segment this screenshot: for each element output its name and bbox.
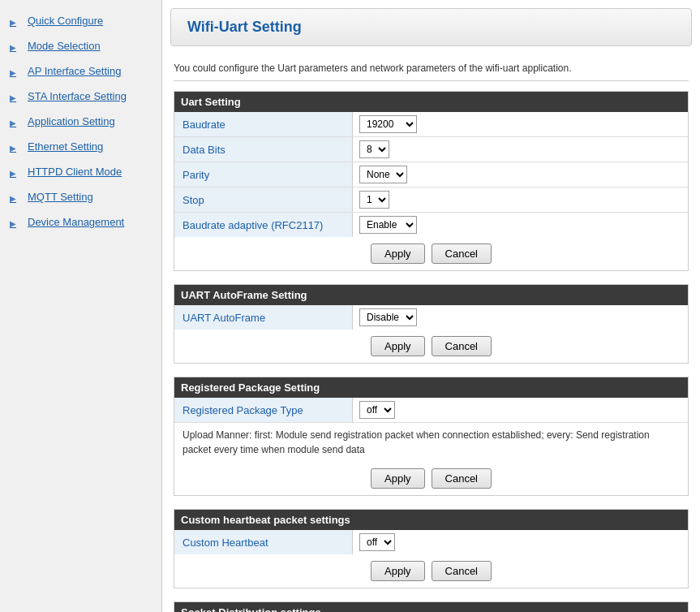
registered-package-buttons: Apply Cancel: [174, 462, 688, 495]
select-custom-heartbeat[interactable]: offon: [359, 533, 395, 551]
sidebar-label: Ethernet Setting: [28, 140, 103, 153]
setting-value-baudrate-adaptive: EnableDisable: [353, 213, 688, 237]
sidebar-item-httpd-client-mode[interactable]: HTTPD Client Mode: [0, 159, 161, 184]
page-title-bar: Wifi-Uart Setting: [170, 8, 692, 46]
registered-package-rows: Registered Package Typeoffon: [174, 398, 688, 422]
setting-label-stop: Stop: [174, 187, 353, 212]
setting-value-stop: 12: [353, 187, 688, 212]
select-data-bits[interactable]: 8765: [359, 140, 389, 158]
setting-row-stop: Stop12: [174, 187, 688, 213]
arrow-icon: [10, 66, 23, 77]
setting-value-uart-autoframe: DisableEnable: [353, 305, 688, 330]
autoframe-apply-button[interactable]: Apply: [371, 336, 425, 356]
page-description: You could configure the Uart parameters …: [174, 54, 689, 81]
sidebar-item-sta-interface-setting[interactable]: STA Interface Setting: [0, 84, 161, 109]
socket-distribution-header: Socket Distribution settings: [174, 602, 688, 612]
setting-row-uart-autoframe: UART AutoFrameDisableEnable: [174, 305, 688, 330]
sidebar-label: Quick Configure: [28, 15, 103, 27]
setting-value-baudrate: 1920096003840057600115200: [353, 112, 688, 136]
sidebar-item-application-setting[interactable]: Application Setting: [0, 109, 161, 134]
custom-heartbeat-header: Custom heartbeat packet settings: [174, 510, 688, 530]
registered-package-section: Registered Package Setting Registered Pa…: [174, 377, 689, 496]
setting-value-data-bits: 8765: [353, 137, 688, 162]
sidebar-label: MQTT Setting: [28, 191, 93, 203]
setting-value-registered-package-type: offon: [353, 398, 688, 422]
setting-row-baudrate-adaptive: Baudrate adaptive (RFC2117)EnableDisable: [174, 213, 688, 237]
arrow-icon: [10, 217, 23, 228]
uart-autoframe-buttons: Apply Cancel: [174, 330, 688, 363]
custom-heartbeat-rows: Custom Heartbeatoffon: [174, 530, 688, 554]
setting-label-custom-heartbeat: Custom Heartbeat: [174, 530, 353, 554]
sidebar-item-mqtt-setting[interactable]: MQTT Setting: [0, 184, 161, 209]
sidebar-label: HTTPD Client Mode: [28, 166, 122, 178]
sidebar-item-ap-interface-setting[interactable]: AP Interface Setting: [0, 58, 161, 84]
page-title: Wifi-Uart Setting: [187, 19, 302, 35]
select-registered-package-type[interactable]: offon: [359, 401, 395, 419]
sidebar-label: Application Setting: [28, 115, 115, 127]
registered-package-info: Upload Manner: first: Module send regist…: [174, 422, 688, 462]
custom-heartbeat-section: Custom heartbeat packet settings Custom …: [174, 509, 689, 588]
sidebar-label: Device Management: [28, 216, 124, 228]
setting-value-custom-heartbeat: offon: [353, 530, 688, 554]
main-content: Wifi-Uart Setting You could configure th…: [162, 0, 700, 612]
socket-distribution-section: Socket Distribution settings Socket Dist…: [174, 601, 689, 612]
autoframe-cancel-button[interactable]: Cancel: [432, 336, 492, 356]
select-baudrate-adaptive[interactable]: EnableDisable: [359, 216, 417, 234]
uart-setting-header: Uart Setting: [174, 92, 688, 112]
setting-row-registered-package-type: Registered Package Typeoffon: [174, 398, 688, 422]
custom-heartbeat-buttons: Apply Cancel: [174, 554, 688, 588]
sidebar-item-quick-configure[interactable]: Quick Configure: [0, 8, 161, 33]
uart-autoframe-header: UART AutoFrame Setting: [174, 285, 688, 305]
uart-apply-button[interactable]: Apply: [371, 244, 425, 264]
setting-label-uart-autoframe: UART AutoFrame: [174, 305, 353, 330]
select-stop[interactable]: 12: [359, 191, 389, 209]
setting-label-baudrate: Baudrate: [174, 112, 353, 136]
regpkg-apply-button[interactable]: Apply: [371, 468, 425, 489]
uart-setting-buttons: Apply Cancel: [174, 237, 688, 270]
sidebar-label: STA Interface Setting: [28, 90, 127, 102]
setting-label-parity: Parity: [174, 162, 353, 187]
arrow-icon: [10, 166, 23, 178]
setting-row-data-bits: Data Bits8765: [174, 137, 688, 162]
uart-setting-rows: Baudrate1920096003840057600115200Data Bi…: [174, 112, 688, 237]
select-parity[interactable]: NoneEvenOdd: [359, 166, 407, 183]
setting-row-baudrate: Baudrate1920096003840057600115200: [174, 112, 688, 137]
sidebar-label: Mode Selection: [28, 40, 101, 52]
uart-autoframe-section: UART AutoFrame Setting UART AutoFrameDis…: [174, 284, 689, 364]
arrow-icon: [10, 15, 23, 27]
arrow-icon: [10, 116, 23, 127]
sidebar-item-mode-selection[interactable]: Mode Selection: [0, 33, 161, 58]
arrow-icon: [10, 192, 23, 203]
uart-cancel-button[interactable]: Cancel: [432, 244, 492, 264]
arrow-icon: [10, 41, 23, 52]
heartbeat-apply-button[interactable]: Apply: [371, 561, 425, 581]
heartbeat-cancel-button[interactable]: Cancel: [432, 561, 492, 581]
select-uart-autoframe[interactable]: DisableEnable: [359, 308, 417, 326]
arrow-icon: [10, 141, 23, 153]
select-baudrate[interactable]: 1920096003840057600115200: [359, 115, 417, 133]
regpkg-cancel-button[interactable]: Cancel: [432, 468, 492, 489]
sidebar-item-ethernet-setting[interactable]: Ethernet Setting: [0, 134, 161, 159]
setting-label-baudrate-adaptive: Baudrate adaptive (RFC2117): [174, 213, 353, 237]
uart-autoframe-rows: UART AutoFrameDisableEnable: [174, 305, 688, 330]
arrow-icon: [10, 91, 23, 102]
uart-setting-section: Uart Setting Baudrate1920096003840057600…: [174, 91, 689, 271]
sidebar-item-device-management[interactable]: Device Management: [0, 209, 161, 235]
registered-package-header: Registered Package Setting: [174, 377, 688, 398]
setting-row-parity: ParityNoneEvenOdd: [174, 162, 688, 187]
sidebar: Quick ConfigureMode SelectionAP Interfac…: [0, 0, 162, 612]
setting-label-data-bits: Data Bits: [174, 137, 353, 162]
setting-value-parity: NoneEvenOdd: [353, 162, 688, 187]
content-area: You could configure the Uart parameters …: [162, 46, 700, 612]
setting-row-custom-heartbeat: Custom Heartbeatoffon: [174, 530, 688, 554]
setting-label-registered-package-type: Registered Package Type: [174, 398, 353, 422]
sidebar-label: AP Interface Setting: [28, 65, 121, 77]
